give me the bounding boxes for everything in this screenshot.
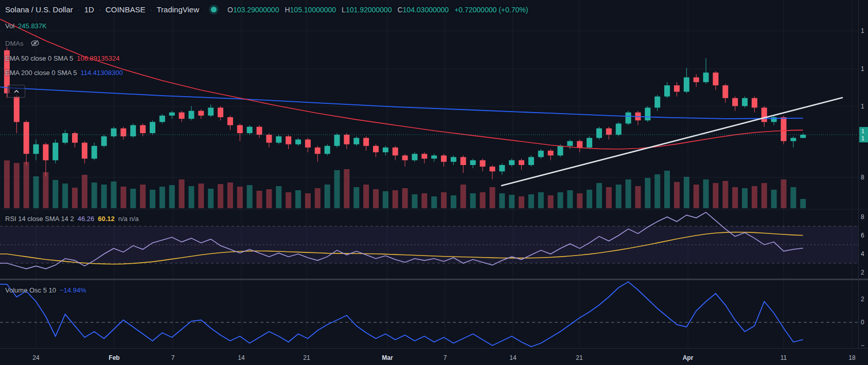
dmas-legend[interactable]: DMAs	[5, 39, 40, 47]
rsi-axis-label: 4	[861, 251, 864, 257]
high-value: H105.10000000	[285, 6, 336, 14]
rsi-value: 46.26	[78, 215, 95, 223]
market-status-icon[interactable]	[211, 7, 217, 12]
volosc-legend[interactable]: Volume Osc 5 10 −14.94%	[5, 286, 86, 294]
symbol-title[interactable]: Solana / U.S. Dollar	[5, 5, 73, 14]
time-axis-label: 11	[781, 354, 787, 361]
time-axis-label: Apr	[683, 354, 694, 361]
close-value: C104.03000000	[397, 6, 449, 14]
time-scale[interactable]: 24Feb71421Mar71421Apr1118	[0, 348, 868, 365]
rsi-axis-label: 2	[861, 269, 864, 276]
time-axis-label: 14	[509, 354, 516, 361]
rsi-axis-label: 6	[861, 232, 864, 239]
current-price-tag: 11	[859, 127, 868, 142]
time-axis-label: 21	[303, 354, 310, 361]
separator-dot: ·	[99, 6, 101, 13]
price-axis-label: 8	[861, 174, 864, 180]
separator-dot: ·	[78, 6, 80, 13]
rsi-label: RSI 14 close SMA 14 2	[5, 215, 74, 223]
ohlc-readout: O103.29000000 H105.10000000 L101.9200000…	[227, 6, 528, 14]
change-value: +0.72000000 (+0.70%)	[454, 6, 528, 14]
chart-canvas[interactable]	[0, 0, 868, 365]
open-value: O103.29000000	[227, 6, 279, 14]
price-axis-label: 1	[861, 66, 864, 72]
eye-hidden-icon[interactable]	[30, 39, 40, 47]
ema50-label: EMA 50 close 0 SMA 5	[5, 54, 73, 62]
time-axis-label: 24	[32, 354, 39, 361]
time-axis-label: 18	[848, 354, 855, 361]
volosc-label: Volume Osc 5 10	[5, 286, 56, 294]
platform-label[interactable]: TradingView	[156, 5, 199, 14]
time-axis-label: Mar	[382, 354, 393, 361]
chevron-up-icon	[14, 90, 19, 93]
volosc-axis-label: 2	[861, 296, 864, 302]
volume-value: 245.837K	[18, 22, 47, 30]
price-axis-label: 1	[861, 103, 864, 110]
ema200-label: EMA 200 close 0 SMA 5	[5, 69, 77, 77]
rsi-axis-label: 8	[861, 214, 864, 220]
rsi-legend[interactable]: RSI 14 close SMA 14 2 46.26 60.12 n/a n/…	[5, 215, 139, 223]
volosc-value: −14.94%	[60, 286, 86, 294]
rsi-na-values: n/a n/a	[118, 215, 139, 223]
rsi-sma-value: 60.12	[98, 215, 115, 223]
volosc-axis-label: 0	[861, 319, 864, 325]
ema200-value: 114.41308300	[80, 69, 122, 77]
separator-dot: ·	[150, 6, 152, 13]
chart-header: Solana / U.S. Dollar · 1D · COINBASE · T…	[5, 5, 528, 14]
time-axis-label: 14	[238, 354, 244, 361]
pane-collapse-button[interactable]	[7, 85, 25, 98]
ema50-legend[interactable]: EMA 50 close 0 SMA 5 106.89135324	[5, 54, 119, 62]
exchange-label[interactable]: COINBASE	[105, 5, 146, 14]
ema200-legend[interactable]: EMA 200 close 0 SMA 5 114.41308300	[5, 69, 123, 77]
tradingview-chart-window: Solana / U.S. Dollar · 1D · COINBASE · T…	[0, 0, 868, 365]
volume-legend[interactable]: Vol 245.837K	[5, 22, 47, 30]
low-value: L101.92000000	[342, 6, 392, 14]
price-scale[interactable]: 1118864220−11	[858, 0, 868, 348]
volume-label: Vol	[5, 22, 14, 30]
time-axis-label: Feb	[109, 354, 119, 361]
price-axis-label: 1	[861, 28, 864, 34]
dmas-label: DMAs	[5, 40, 23, 47]
time-axis-label: 7	[171, 354, 175, 361]
time-axis-label: 21	[576, 354, 582, 361]
ema50-value: 106.89135324	[77, 54, 119, 62]
interval-label[interactable]: 1D	[84, 5, 94, 14]
time-axis-label: 7	[444, 354, 447, 361]
